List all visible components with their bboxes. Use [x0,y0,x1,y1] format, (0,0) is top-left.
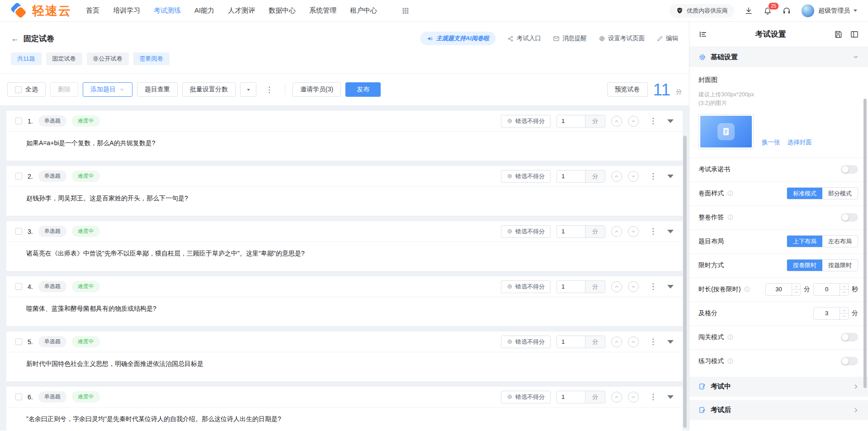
info-icon[interactable] [727,358,734,365]
ai-grading-banner[interactable]: 主观题支持AI阅卷啦 [420,32,495,45]
nav-item-home[interactable]: 首页 [86,6,99,15]
user-menu[interactable]: 超级管理员 [801,4,857,18]
headset-icon[interactable] [782,6,791,15]
move-down-button[interactable] [628,171,639,182]
wrong-answer-rule-button[interactable]: 错选不得分 [501,115,551,128]
info-icon[interactable] [727,190,734,197]
question-checkbox[interactable] [15,173,22,180]
more-actions-icon[interactable]: ⋮ [261,86,278,94]
segment-option-partial[interactable]: 部分模式 [822,188,858,199]
notifications-button[interactable]: 25 [763,6,772,15]
wrong-answer-rule-button[interactable]: 错选不得分 [501,170,551,183]
delete-button[interactable]: 删除 [50,82,78,97]
question-checkbox[interactable] [15,118,22,124]
whole-paper-toggle[interactable] [841,213,858,222]
stepper-up-icon[interactable] [840,284,848,290]
save-icon[interactable] [834,30,843,39]
move-up-button[interactable] [611,336,622,347]
collapse-question-icon[interactable] [667,175,674,178]
nav-item-ai[interactable]: AI能力 [194,6,214,15]
cover-image-preview[interactable] [698,114,754,149]
apps-grid-icon[interactable] [401,7,410,15]
score-input[interactable] [557,281,585,293]
collapse-question-icon[interactable] [667,285,674,289]
exam-page-setup-link[interactable]: 设置考试页面 [599,34,645,43]
sidebar-scrollbar[interactable] [863,99,867,388]
score-input[interactable] [557,171,585,182]
challenge-mode-toggle[interactable] [841,333,858,341]
nav-item-training[interactable]: 培训学习 [113,6,140,15]
move-up-button[interactable] [611,171,622,182]
choose-cover-link[interactable]: 选择封面 [788,138,812,147]
move-down-button[interactable] [628,226,639,237]
change-cover-link[interactable]: 换一张 [762,138,780,147]
more-actions-icon[interactable]: ⋮ [645,283,661,290]
move-down-button[interactable] [628,281,639,292]
collapse-question-icon[interactable] [667,119,674,123]
more-actions-icon[interactable]: ⋮ [645,117,661,125]
wrong-answer-rule-button[interactable]: 错选不得分 [501,280,551,293]
stepper-up-icon[interactable] [840,308,848,314]
duplicate-check-button[interactable]: 题目查重 [137,82,178,97]
move-down-button[interactable] [628,336,639,347]
score-input[interactable] [557,391,585,403]
wrong-answer-rule-button[interactable]: 错选不得分 [501,336,551,348]
section-after-exam[interactable]: 考试后 [689,400,868,420]
more-actions-icon[interactable]: ⋮ [645,393,661,401]
select-all-checkbox[interactable] [15,86,22,93]
back-arrow-icon[interactable]: ← [11,34,19,43]
segment-option-horizontal[interactable]: 左右布局 [822,236,858,247]
nav-item-exam[interactable]: 考试测练 [154,6,181,15]
supplier-badge[interactable]: 优质内容供应商 [670,4,734,18]
duration-minutes-input[interactable] [766,284,792,295]
stepper-down-icon[interactable] [792,289,800,295]
more-actions-icon[interactable]: ⋮ [645,338,661,346]
score-input[interactable] [557,226,585,237]
info-icon[interactable] [744,286,750,293]
section-basic-settings[interactable]: 基础设置 [689,47,868,67]
question-checkbox[interactable] [15,338,22,345]
duration-seconds-input[interactable] [814,284,840,295]
stepper-down-icon[interactable] [840,289,848,295]
stepper-up-icon[interactable] [792,284,800,290]
edit-link[interactable]: 编辑 [656,34,678,43]
preview-paper-button[interactable]: 预览试卷 [607,82,648,97]
publish-button[interactable]: 发布 [345,82,381,97]
add-question-button[interactable]: 添加题目 [83,82,132,97]
move-up-button[interactable] [611,116,622,127]
exam-promise-toggle[interactable] [841,165,858,174]
message-reminder-link[interactable]: 消息提醒 [553,34,587,43]
batch-score-dropdown-button[interactable] [240,82,256,97]
nav-item-data-center[interactable]: 数据中心 [269,6,296,15]
question-checkbox[interactable] [15,283,22,290]
score-input[interactable] [557,115,585,127]
collapse-panel-icon[interactable] [698,30,708,39]
exam-entrance-link[interactable]: 考试入口 [507,34,541,43]
info-icon[interactable] [727,214,734,221]
collapse-question-icon[interactable] [667,230,674,233]
invite-students-button[interactable]: 邀请学员(3) [292,82,341,97]
practice-mode-toggle[interactable] [841,357,858,365]
segment-option-vertical[interactable]: 上下布局 [787,236,822,247]
move-down-button[interactable] [628,116,639,127]
download-icon[interactable] [744,6,753,15]
section-during-exam[interactable]: 考试中 [689,377,868,397]
pass-score-input[interactable] [814,308,840,319]
layout-columns-icon[interactable] [850,30,859,39]
nav-item-system[interactable]: 系统管理 [309,6,336,15]
wrong-answer-rule-button[interactable]: 错选不得分 [501,391,551,403]
question-checkbox[interactable] [15,393,22,400]
info-icon[interactable] [727,334,734,341]
nav-item-tenant[interactable]: 租户中心 [350,6,377,15]
question-checkbox[interactable] [15,228,22,235]
wrong-answer-rule-button[interactable]: 错选不得分 [501,225,551,238]
segment-option-by-question[interactable]: 按题限时 [822,260,858,271]
app-logo[interactable]: 轻速云 [11,3,71,19]
nav-item-talent[interactable]: 人才测评 [228,6,255,15]
move-up-button[interactable] [611,226,622,237]
move-up-button[interactable] [611,281,622,292]
select-all-button[interactable]: 全选 [7,82,46,97]
collapse-question-icon[interactable] [667,340,674,344]
segment-option-standard[interactable]: 标准模式 [787,188,822,199]
content-scrollbar[interactable] [683,136,687,428]
